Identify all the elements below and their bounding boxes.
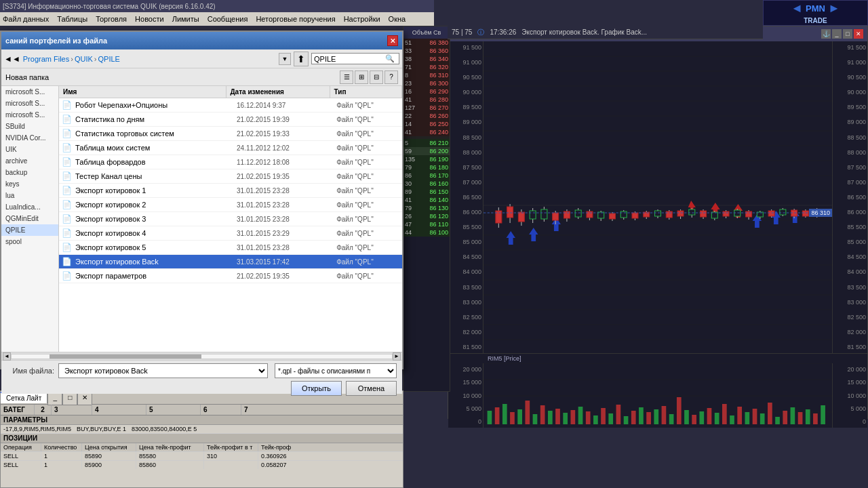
svg-rect-38	[575, 210, 581, 217]
filename-input[interactable]: Экспорт котировок Back	[58, 363, 268, 378]
file-row[interactable]: 📄 Статистика по дням 21.02.2015 19:39 Фа…	[59, 113, 402, 127]
chart-main-area: 91 50091 00090 500 90 00089 50089 000 88…	[448, 41, 867, 353]
sidebar-item-backup[interactable]: backup	[1, 167, 58, 178]
column-date[interactable]: Дата изменения	[226, 86, 330, 98]
ob-row-buy: 4486 100	[403, 228, 450, 237]
bottom-grid-panel: Сетка Лайт _ □ ✕ БАТЕГ 2 3 4 5 6 7 ПАРАМ…	[0, 390, 403, 488]
nav-back-icon[interactable]: ◄◄	[4, 54, 20, 64]
nav-link-qpile[interactable]: QPILE	[98, 55, 119, 63]
ob-row-buy: 5986 200	[403, 147, 450, 155]
view-help-btn[interactable]: ?	[384, 70, 398, 84]
file-row[interactable]: 📄 Экспорт котировок 3 31.01.2015 23:28 Ф…	[59, 212, 402, 226]
dialog-sidebar: microsoft S... microsoft S... microsoft …	[1, 86, 59, 352]
orderbook-header: Объём Св	[403, 26, 450, 39]
open-button[interactable]: Открыть	[291, 381, 342, 396]
svg-rect-64	[689, 209, 695, 215]
svg-rect-130	[775, 417, 780, 424]
chart-restore-btn[interactable]: □	[843, 29, 852, 39]
grid-data-row: -17,8,9,RIM5,RIM5,RIM5 BUY,BUY,BUY,E 1 8…	[1, 425, 403, 434]
top-info-bar: 75 | 75 ⓘ 17:36:26 Экспорт котировок Bac…	[448, 26, 763, 39]
svg-rect-44	[609, 214, 615, 219]
view-grid-btn[interactable]: ⊞	[355, 70, 368, 84]
sub-chart-label: RIM5 [Price]	[448, 353, 867, 363]
menu-item-tables[interactable]: Таблицы	[57, 15, 87, 23]
search-icon[interactable]: 🔍	[385, 54, 395, 63]
file-row[interactable]: 📄 Экспорт параметров 21.02.2015 19:35 Фа…	[59, 269, 402, 283]
svg-rect-92	[488, 411, 492, 424]
ob-row-sell: 4186 240	[403, 128, 450, 136]
file-row[interactable]: 📄 Таблица форвардов 11.12.2012 18:08 Фай…	[59, 155, 402, 169]
menu-item-trade[interactable]: Торговля	[96, 15, 127, 23]
file-row[interactable]: 📄 Статистика торговых систем 21.02.2015 …	[59, 127, 402, 141]
sidebar-item-2[interactable]: microsoft S...	[1, 109, 58, 121]
ob-row-sell: 12786 270	[403, 104, 450, 112]
dialog-footer: Имя файла: Экспорт котировок Back *.qpl …	[1, 360, 402, 394]
file-icon: 📄	[60, 156, 73, 168]
file-row[interactable]: 📄 Робот Черепахи+Опционы 16.12.2014 9:37…	[59, 98, 402, 113]
chart-close-btn[interactable]: ✕	[854, 29, 863, 39]
column-type[interactable]: Тип	[330, 86, 402, 98]
view-large-btn[interactable]: ⊟	[370, 70, 383, 84]
ob-row-sell: 3886 340	[403, 55, 450, 63]
file-row[interactable]: 📄 Экспорт котировок 2 31.01.2015 23:28 Ф…	[59, 198, 402, 212]
svg-rect-118	[684, 410, 689, 424]
breadcrumb-dropdown-btn[interactable]: ▼	[279, 53, 291, 65]
sidebar-item-0[interactable]: microsoft S...	[1, 86, 58, 98]
ob-row-buy: 8986 150	[403, 188, 450, 196]
sidebar-item-luaindica[interactable]: LuaIndica...	[1, 201, 58, 213]
chart-pin-btn[interactable]: ⚓	[821, 29, 831, 39]
sidebar-item-keys[interactable]: keys	[1, 178, 58, 190]
svg-rect-110	[624, 416, 629, 424]
file-icon: 📄	[60, 199, 73, 211]
nav-link-quik[interactable]: QUIK	[75, 55, 93, 63]
file-icon: 📄	[60, 213, 73, 225]
dialog-close-button[interactable]: ✕	[387, 35, 398, 46]
search-input[interactable]	[314, 55, 385, 63]
svg-rect-97	[525, 401, 530, 424]
menu-item-limits[interactable]: Лимиты	[172, 15, 199, 23]
sidebar-item-4[interactable]: NVIDIA Cor...	[1, 132, 58, 144]
sidebar-item-3[interactable]: SBuild	[1, 121, 58, 132]
sidebar-item-spool[interactable]: spool	[1, 236, 58, 247]
scroll-right-btn[interactable]: ►	[393, 352, 401, 361]
nav-up-btn[interactable]: ⬆	[294, 52, 309, 66]
svg-rect-108	[608, 413, 613, 424]
sidebar-item-5[interactable]: UIK	[1, 144, 58, 155]
sidebar-item-qgminedit[interactable]: QGMinEdit	[1, 213, 58, 224]
file-row[interactable]: 📄 Экспорт котировок 4 31.01.2015 23:29 Ф…	[59, 226, 402, 241]
file-row-selected[interactable]: 📄 Экспорт котировок Back 31.03.2015 17:4…	[59, 255, 402, 269]
nav-link-program-files[interactable]: Program Files	[23, 55, 69, 63]
scrollbar-track[interactable]	[11, 354, 393, 359]
view-list-btn[interactable]: ☰	[340, 70, 353, 84]
menu-bar[interactable]: Файл данных Таблицы Торговля Новости Лим…	[0, 12, 434, 26]
sidebar-item-lua[interactable]: lua	[1, 190, 58, 201]
filetype-select[interactable]: *.qpl - файлы с описаниями п	[275, 363, 397, 378]
sidebar-item-1[interactable]: microsoft S...	[1, 98, 58, 109]
cancel-button[interactable]: Отмена	[346, 381, 397, 396]
chart-status: Экспорт котировок Back. График Back...	[521, 28, 647, 36]
menu-item-news[interactable]: Новости	[135, 15, 164, 23]
svg-rect-112	[639, 407, 644, 424]
menu-item-nontrade[interactable]: Неторговые поручения	[256, 15, 335, 23]
svg-rect-96	[517, 409, 522, 424]
file-icon: 📄	[60, 99, 73, 111]
menu-item-messages[interactable]: Сообщения	[208, 15, 248, 23]
svg-rect-109	[616, 405, 621, 424]
menu-item-settings[interactable]: Настройки	[344, 15, 380, 23]
file-row[interactable]: 📄 Тестер Канал цены 21.02.2015 19:35 Фай…	[59, 169, 402, 184]
file-row[interactable]: 📄 Таблица моих систем 24.11.2012 12:02 Ф…	[59, 141, 402, 155]
sidebar-item-archive[interactable]: archive	[1, 155, 58, 167]
menu-item-windows[interactable]: Окна	[389, 15, 406, 23]
chart-min-btn[interactable]: _	[832, 29, 842, 39]
filename-label: Имя файла:	[7, 367, 54, 375]
menu-item-file[interactable]: Файл данных	[3, 15, 49, 23]
file-row[interactable]: 📄 Экспорт котировок 1 31.01.2015 23:28 Ф…	[59, 184, 402, 198]
scroll-left-btn[interactable]: ◄	[3, 352, 11, 361]
new-folder-label: Новая папка	[5, 73, 337, 81]
column-name[interactable]: Имя	[59, 86, 226, 98]
scrollbar-thumb[interactable]	[50, 354, 201, 359]
svg-rect-107	[601, 408, 606, 424]
file-row[interactable]: 📄 Экспорт котировок 5 31.01.2015 23:28 Ф…	[59, 241, 402, 255]
sidebar-item-qpile[interactable]: QPILE	[1, 224, 58, 236]
horizontal-scrollbar[interactable]: ◄ ►	[1, 352, 402, 360]
